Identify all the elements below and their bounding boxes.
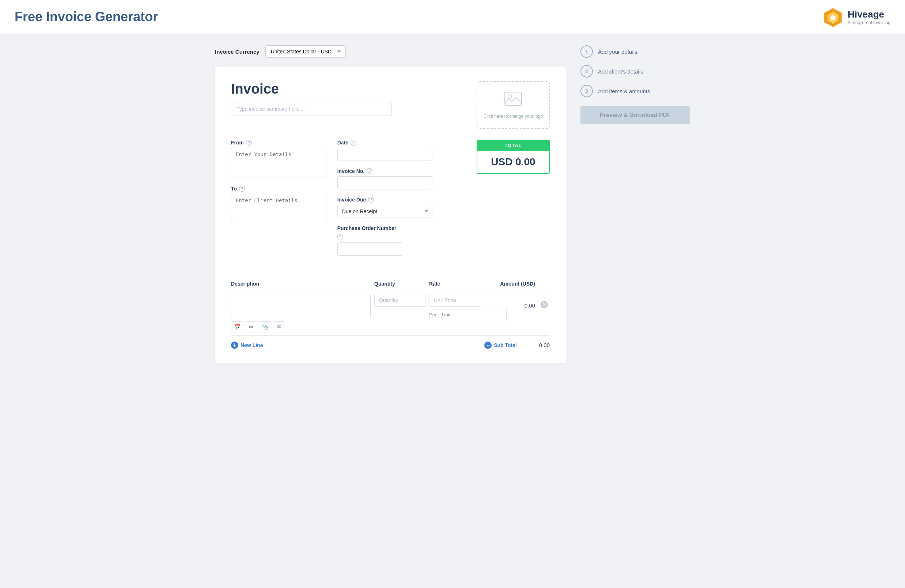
svg-point-6 (508, 95, 512, 99)
currency-select[interactable]: United States Dollar - USD Euro - EUR Br… (265, 45, 346, 58)
brand-tagline: Simply great invoicing (848, 20, 891, 25)
from-column: From ? To ? (231, 140, 337, 263)
right-column: TOTAL USD 0.00 (443, 140, 550, 263)
invoice-card: Invoice Click here to change your logo (215, 67, 566, 364)
new-line-icon: + (231, 342, 238, 349)
from-textarea[interactable] (231, 148, 326, 177)
po-number-field-group: Purchase Order Number ? (337, 225, 433, 256)
step-number-1: 1 (580, 45, 593, 58)
attachment-toolbar-btn[interactable]: 📎 (259, 321, 271, 332)
line-items-header: Description Quantity Rate Amount (USD) (231, 281, 550, 290)
date-label: Date ? (337, 140, 433, 146)
form-section: From ? To ? (231, 140, 550, 263)
new-line-button[interactable]: + New Line (231, 342, 263, 349)
new-line-label: New Line (240, 342, 263, 348)
tag-toolbar-btn[interactable]: 🏷 (273, 321, 285, 332)
icon-toolbar: 📅 ∞ 📎 🏷 (231, 321, 371, 332)
step-number-3: 3 (580, 85, 593, 97)
to-label: To ? (231, 186, 326, 192)
main-container: Invoice Currency United States Dollar - … (200, 34, 705, 375)
link-icon: ∞ (249, 324, 253, 330)
subtotal-value: 0.00 (528, 342, 550, 348)
unit-price-input[interactable] (429, 294, 480, 307)
col-rate-header: Rate (429, 281, 480, 287)
invoice-title-area: Invoice (231, 81, 476, 116)
per-label: Per (429, 312, 437, 318)
step-number-2: 2 (580, 65, 593, 78)
to-help-icon[interactable]: ? (239, 186, 245, 192)
total-amount: USD 0.00 (491, 156, 535, 167)
date-help-icon[interactable]: ? (351, 140, 356, 146)
step-item-2: 2 Add client's details (580, 65, 690, 78)
from-label: From ? (231, 140, 326, 146)
logo-upload-text: Click here to change your logo (484, 114, 543, 119)
page-header: Free Invoice Generator Hiveage Simply gr… (0, 0, 905, 34)
left-content: Invoice Currency United States Dollar - … (215, 45, 566, 364)
date-input[interactable]: 2020-07-24 (337, 148, 433, 161)
section-divider (231, 272, 550, 272)
remove-btn[interactable]: ✕ (539, 294, 550, 308)
brand-logo: Hiveage Simply great invoicing (823, 6, 891, 27)
to-field-group: To ? (231, 186, 326, 224)
calendar-icon: 📅 (234, 324, 240, 330)
footer-row: + New Line + Sub Total 0.00 (231, 335, 550, 349)
quantity-input[interactable] (374, 294, 426, 307)
amount-col: 0.00 (484, 294, 535, 309)
hiveage-logo-icon (823, 6, 843, 27)
subtotal-button[interactable]: + Sub Total (484, 342, 517, 349)
subtotal-label: Sub Total (494, 342, 517, 348)
total-box: TOTAL USD 0.00 (476, 140, 550, 174)
invoice-header-section: Invoice Click here to change your logo (231, 81, 550, 129)
preview-download-button[interactable]: Preview & Download PDF (580, 106, 690, 124)
logo-upload-area[interactable]: Click here to change your logo (476, 81, 550, 129)
invoice-due-help-icon[interactable]: ? (368, 197, 374, 203)
step-item-1: 1 Add your details (580, 45, 690, 58)
invoice-no-field-group: Invoice No. ? IN-0001 (337, 168, 433, 189)
calendar-toolbar-btn[interactable]: 📅 (231, 321, 243, 332)
from-field-group: From ? (231, 140, 326, 178)
invoice-no-help-icon[interactable]: ? (367, 168, 372, 174)
currency-row: Invoice Currency United States Dollar - … (215, 45, 566, 58)
quantity-col (374, 294, 426, 307)
description-col: 📅 ∞ 📎 🏷 (231, 294, 371, 332)
step-item-3: 3 Add items & amounts (580, 85, 690, 97)
invoice-summary-input[interactable] (231, 102, 392, 116)
col-quantity-header: Quantity (374, 281, 426, 287)
line-amount-value: 0.00 (524, 302, 535, 308)
step-label-3: Add items & amounts (598, 88, 650, 94)
rate-col: Per (429, 294, 480, 320)
invoice-due-label: Invoice Due ? (337, 197, 433, 203)
total-label: TOTAL (476, 140, 550, 151)
to-textarea[interactable] (231, 194, 326, 223)
remove-icon[interactable]: ✕ (541, 301, 548, 308)
image-placeholder-icon (504, 91, 522, 111)
col-amount-header: Amount (USD) (484, 281, 535, 287)
date-field-group: Date ? 2020-07-24 (337, 140, 433, 161)
mid-column: Date ? 2020-07-24 Invoice No. ? IN-0001 (337, 140, 444, 263)
invoice-no-label: Invoice No. ? (337, 168, 433, 174)
invoice-no-input[interactable]: IN-0001 (337, 176, 433, 189)
subtotal-area: + Sub Total 0.00 (484, 342, 550, 349)
total-amount-box: USD 0.00 (476, 151, 550, 174)
step-label-2: Add client's details (598, 68, 643, 75)
brand-name-area: Hiveage Simply great invoicing (848, 9, 891, 25)
currency-label: Invoice Currency (215, 49, 259, 55)
steps-list: 1 Add your details 2 Add client's detail… (580, 45, 690, 97)
po-label: Purchase Order Number (337, 225, 433, 231)
page-title: Free Invoice Generator (14, 9, 158, 24)
table-row: 📅 ∞ 📎 🏷 (231, 294, 550, 332)
link-toolbar-btn[interactable]: ∞ (245, 321, 257, 332)
po-help-icon[interactable]: ? (337, 234, 343, 240)
description-textarea[interactable] (231, 294, 371, 319)
invoice-due-select[interactable]: Due on Receipt Net 15 Net 30 Net 60 Cust… (337, 205, 433, 218)
step-label-1: Add your details (598, 49, 637, 55)
tag-icon: 🏷 (277, 324, 281, 329)
subtotal-icon: + (484, 342, 492, 349)
invoice-due-field-group: Invoice Due ? Due on Receipt Net 15 Net … (337, 197, 433, 218)
po-input[interactable] (337, 242, 403, 256)
unit-input[interactable] (438, 309, 506, 320)
col-description-header: Description (231, 281, 371, 287)
brand-name: Hiveage (848, 9, 891, 20)
attachment-icon: 📎 (262, 324, 268, 330)
from-help-icon[interactable]: ? (246, 140, 252, 146)
